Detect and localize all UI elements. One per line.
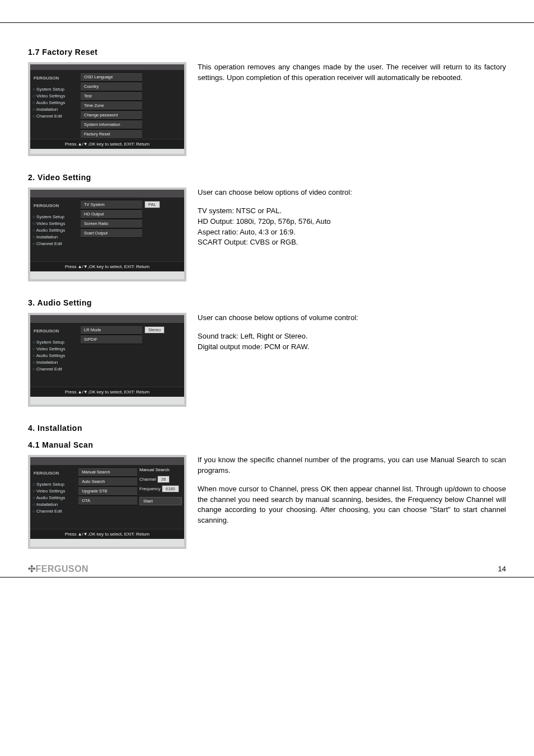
hint-text: Press ▲/▼,OK key to select, EXIT: Return [30, 529, 184, 539]
sidebar-item: Video Settings [32, 93, 78, 98]
menu-item: OTA [78, 496, 137, 505]
panel-title: Manual Search [139, 467, 182, 472]
value-pill: Stereo [144, 326, 165, 334]
body-text: Aspect ratio: Auto, 4:3 or 16:9. [198, 227, 506, 238]
stb-brand: FERGUSON [34, 203, 78, 208]
heading-4-1: 4.1 Manual Scan [28, 440, 506, 449]
body-text: SCART Output: CVBS or RGB. [198, 237, 506, 248]
menu-item: Time Zone [81, 101, 142, 110]
menu-item: Auto Search [78, 477, 137, 486]
body-text: This operation removes any changes made … [198, 62, 506, 83]
page-number: 14 [498, 565, 506, 573]
menu-item: LR Mode [81, 325, 142, 335]
screenshot-factory-reset: FERGUSON System Setup Video Settings Aud… [28, 62, 186, 156]
sidebar-item: Video Settings [32, 221, 78, 226]
value-pill: PAL [144, 201, 160, 208]
sidebar-item: System Setup [32, 482, 76, 487]
menu-item: System Information [81, 120, 142, 129]
sidebar-item: Installation [32, 502, 76, 507]
menu-item: Manual Search [78, 467, 137, 477]
sidebar-item: Channel Edit [32, 367, 78, 372]
footer-brand: ✣FERGUSON [28, 564, 88, 574]
body-text: HD Output: 1080i, 720p, 576p, 576i, Auto [198, 217, 506, 227]
brand-text: FERGUSON [36, 564, 89, 574]
menu-item: HD Output [81, 209, 142, 219]
label-frequency: Frequency [139, 486, 161, 491]
body-text: Digital output mode: PCM or RAW. [198, 342, 506, 353]
menu-item: Scart Output [81, 228, 142, 238]
sidebar-item: Audio Settings [32, 228, 78, 233]
value-pill: 6180 [162, 485, 179, 492]
sidebar-item: Audio Settings [32, 353, 78, 358]
sidebar-item: Installation [32, 107, 78, 112]
body-text: User can choose below options of volume … [198, 313, 506, 323]
sidebar-item: Installation [32, 234, 78, 240]
menu-item: S/PDIF [81, 335, 142, 344]
value-pill: 26 [157, 476, 170, 483]
screenshot-manual-scan: FERGUSON System Setup Video Settings Aud… [28, 455, 186, 549]
hint-text: Press ▲/▼,OK key to select, EXIT: Return [30, 139, 184, 149]
stb-brand: FERGUSON [34, 471, 76, 476]
menu-item: TV System [81, 200, 142, 209]
body-text: TV system: NTSC or PAL. [198, 206, 506, 217]
sidebar-item: System Setup [32, 340, 78, 345]
heading-3: 3. Audio Setting [28, 298, 506, 307]
sidebar-item: Channel Edit [32, 241, 78, 246]
menu-item: Change password [81, 110, 142, 120]
menu-item: Screen Ratio [81, 219, 142, 228]
heading-4: 4. Installation [28, 424, 506, 433]
body-text: User can choose below options of video c… [198, 187, 506, 198]
body-text: When move cursor to Channel, press OK th… [198, 484, 506, 526]
heading-2: 2. Video Setting [28, 173, 506, 182]
start-button: Start [139, 497, 182, 505]
menu-item: Test [81, 91, 142, 101]
heading-1-7: 1.7 Factory Reset [28, 48, 506, 57]
hint-text: Press ▲/▼,OK key to select, EXIT: Return [30, 261, 184, 271]
menu-item: OSD Language [81, 72, 142, 82]
sidebar-item: Channel Edit [32, 114, 78, 119]
brand-glyph-icon: ✣ [28, 564, 36, 574]
sidebar-item: Audio Settings [32, 100, 78, 105]
sidebar-item: System Setup [32, 214, 78, 219]
menu-item: Upgrade STB [78, 486, 137, 496]
menu-item: Country [81, 82, 142, 91]
stb-brand: FERGUSON [34, 76, 78, 81]
label-channel: Channel [139, 477, 156, 482]
screenshot-video-setting: FERGUSON System Setup Video Settings Aud… [28, 187, 186, 281]
body-text: If you know the specific channel number … [198, 455, 506, 476]
sidebar-item: Video Settings [32, 489, 76, 494]
sidebar-item: Channel Edit [32, 509, 76, 514]
sidebar-item: Installation [32, 360, 78, 365]
sidebar-item: Audio Settings [32, 495, 76, 500]
hint-text: Press ▲/▼,OK key to select, EXIT: Return [30, 387, 184, 397]
screenshot-audio-setting: FERGUSON System Setup Video Settings Aud… [28, 313, 186, 407]
sidebar-item: Video Settings [32, 346, 78, 351]
stb-brand: FERGUSON [34, 328, 78, 334]
body-text: Sound track: Left, Right or Stereo. [198, 331, 506, 342]
menu-item: Factory Reset [81, 129, 142, 139]
sidebar-item: System Setup [32, 87, 78, 92]
